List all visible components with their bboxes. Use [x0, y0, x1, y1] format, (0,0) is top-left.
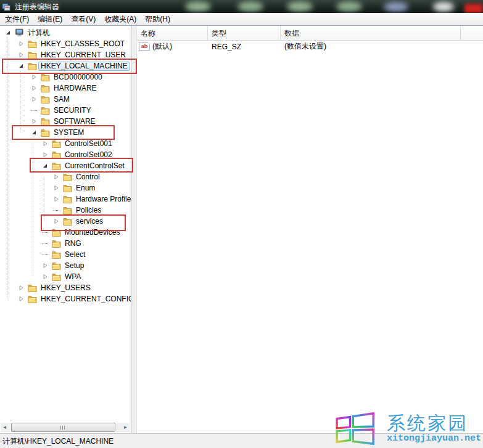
collapsed-twisty-icon[interactable]: [31, 96, 41, 103]
tree-item-controlset001[interactable]: ControlSet001: [0, 138, 131, 149]
menu-item-e[interactable]: 编辑(E): [33, 13, 67, 26]
tree-item-setup[interactable]: Setup: [0, 260, 131, 271]
collapsed-twisty-icon[interactable]: [42, 151, 52, 158]
tree-item-rng[interactable]: RNG: [0, 238, 131, 249]
tree-item-label[interactable]: RNG: [63, 239, 83, 248]
collapsed-twisty-icon[interactable]: [31, 118, 41, 125]
list-body: ab(默认)REG_SZ(数值未设置): [137, 41, 483, 52]
scrollbar-thumb[interactable]: [11, 423, 115, 432]
value-name: (默认): [152, 41, 172, 52]
menu-item-f[interactable]: 文件(F): [1, 13, 33, 26]
tree-item-label[interactable]: ControlSet001: [63, 139, 114, 149]
tree-item-计算机[interactable]: 计算机: [0, 27, 131, 38]
tree-item-label[interactable]: Setup: [63, 261, 86, 271]
tree-item-label[interactable]: HKEY_CURRENT_CONFIG: [39, 295, 131, 304]
value-name-cell[interactable]: ab(默认): [137, 41, 208, 52]
folder-icon: [52, 150, 61, 159]
tree-item-mounteddevices[interactable]: MountedDevices: [0, 227, 131, 238]
value-row[interactable]: ab(默认)REG_SZ(数值未设置): [137, 41, 483, 52]
collapsed-twisty-icon[interactable]: [18, 284, 28, 291]
expanded-twisty-icon[interactable]: [42, 162, 52, 169]
tree-item-label[interactable]: CurrentControlSet: [63, 161, 126, 171]
tree-item-controlset002[interactable]: ControlSet002: [0, 149, 131, 160]
tree-item-policies[interactable]: Policies: [0, 205, 131, 216]
tree-item-wpa[interactable]: WPA: [0, 271, 131, 282]
collapsed-twisty-icon[interactable]: [53, 195, 63, 203]
tree-item-label[interactable]: Enum: [74, 184, 97, 193]
tree-item-currentcontrolset[interactable]: CurrentControlSet: [0, 160, 131, 171]
collapsed-twisty-icon[interactable]: [42, 140, 52, 147]
collapsed-twisty-icon[interactable]: [18, 295, 28, 303]
column-header-name[interactable]: 名称: [137, 26, 208, 40]
tree-item-label[interactable]: Hardware Profiles: [74, 195, 131, 204]
collapsed-twisty-icon[interactable]: [18, 40, 28, 47]
tree-item-hardware[interactable]: HARDWARE: [0, 83, 131, 94]
titlebar-glass-blob: [384, 2, 408, 12]
tree-item-label[interactable]: ControlSet002: [63, 150, 114, 160]
folder-icon: [52, 239, 61, 248]
folder-icon: [28, 51, 37, 59]
tree-item-label[interactable]: SOFTWARE: [52, 117, 97, 126]
tree-item-hkey-local-machine[interactable]: HKEY_LOCAL_MACHINE: [0, 60, 131, 71]
folder-icon: [28, 62, 37, 70]
tree-item-hkey-current-config[interactable]: HKEY_CURRENT_CONFIG: [0, 293, 131, 304]
tree-item-label[interactable]: SAM: [52, 95, 72, 104]
close-button[interactable]: [464, 4, 483, 13]
tree-item-label[interactable]: SYSTEM: [52, 128, 86, 137]
tree-item-bcd00000000[interactable]: BCD00000000: [0, 71, 131, 83]
folder-icon: [41, 73, 50, 81]
tree-item-system[interactable]: SYSTEM: [0, 127, 131, 138]
tree-item-label[interactable]: services: [74, 217, 105, 226]
pane-splitter[interactable]: [131, 26, 137, 433]
menu-item-a[interactable]: 收藏夹(A): [100, 13, 141, 26]
collapsed-twisty-icon[interactable]: [53, 173, 63, 181]
tree-item-label[interactable]: WPA: [63, 272, 83, 282]
scrollbar-track[interactable]: [9, 423, 122, 432]
tree-item-hkey-classes-root[interactable]: HKEY_CLASSES_ROOT: [0, 38, 131, 49]
tree-item-sam[interactable]: SAM: [0, 94, 131, 105]
tree-horizontal-scrollbar[interactable]: ◄ ►: [1, 423, 130, 432]
tree-item-services[interactable]: services: [0, 216, 131, 227]
tree-item-label[interactable]: Policies: [74, 206, 103, 215]
tree-item-label[interactable]: Control: [74, 173, 102, 182]
tree-item-label[interactable]: Select: [63, 250, 87, 259]
tree-item-control[interactable]: Control: [0, 171, 131, 182]
tree-item-label[interactable]: HKEY_CURRENT_USER: [39, 51, 128, 60]
tree-item-label[interactable]: SECURITY: [52, 106, 93, 115]
collapsed-twisty-icon[interactable]: [18, 51, 28, 59]
collapsed-twisty-icon[interactable]: [31, 73, 41, 81]
folder-icon: [41, 84, 50, 92]
column-header-extra[interactable]: [461, 26, 483, 40]
collapsed-twisty-icon[interactable]: [53, 184, 63, 192]
scroll-right-arrow-icon[interactable]: ►: [122, 423, 130, 432]
tree-item-label[interactable]: HKEY_LOCAL_MACHINE: [38, 62, 130, 71]
tree-item-select[interactable]: Select: [0, 249, 131, 260]
tree-item-label[interactable]: HKEY_CLASSES_ROOT: [39, 39, 126, 49]
collapsed-twisty-icon[interactable]: [42, 262, 52, 269]
expanded-twisty-icon[interactable]: [18, 62, 28, 70]
tree-item-label[interactable]: HARDWARE: [52, 84, 99, 93]
collapsed-twisty-icon[interactable]: [53, 218, 63, 225]
collapsed-twisty-icon[interactable]: [42, 273, 52, 280]
collapsed-twisty-icon[interactable]: [31, 84, 41, 92]
column-header-type[interactable]: 类型: [208, 26, 281, 40]
tree-item-software[interactable]: SOFTWARE: [0, 116, 131, 127]
scroll-left-arrow-icon[interactable]: ◄: [1, 423, 9, 432]
tree-item-label[interactable]: HKEY_USERS: [39, 283, 93, 293]
value-data: (数值未设置): [281, 41, 461, 52]
tree-item-hardware-profiles[interactable]: Hardware Profiles: [0, 193, 131, 205]
menu-item-h[interactable]: 帮助(H): [141, 13, 175, 26]
expanded-twisty-icon[interactable]: [31, 129, 41, 136]
folder-icon: [52, 272, 61, 281]
menu-item-v[interactable]: 查看(V): [67, 13, 100, 26]
tree-item-label[interactable]: MountedDevices: [63, 228, 122, 237]
tree-item-security[interactable]: SECURITY: [0, 105, 131, 116]
tree-item-hkey-users[interactable]: HKEY_USERS: [0, 282, 131, 293]
tree-item-hkey-current-user[interactable]: HKEY_CURRENT_USER: [0, 49, 131, 60]
tree-item-label[interactable]: BCD00000000: [52, 73, 104, 82]
column-header-data[interactable]: 数据: [281, 26, 461, 40]
watermark-site-name: 系统家园: [387, 413, 481, 433]
expanded-twisty-icon[interactable]: [5, 29, 15, 36]
tree-item-enum[interactable]: Enum: [0, 182, 131, 193]
tree-item-label[interactable]: 计算机: [26, 28, 52, 38]
